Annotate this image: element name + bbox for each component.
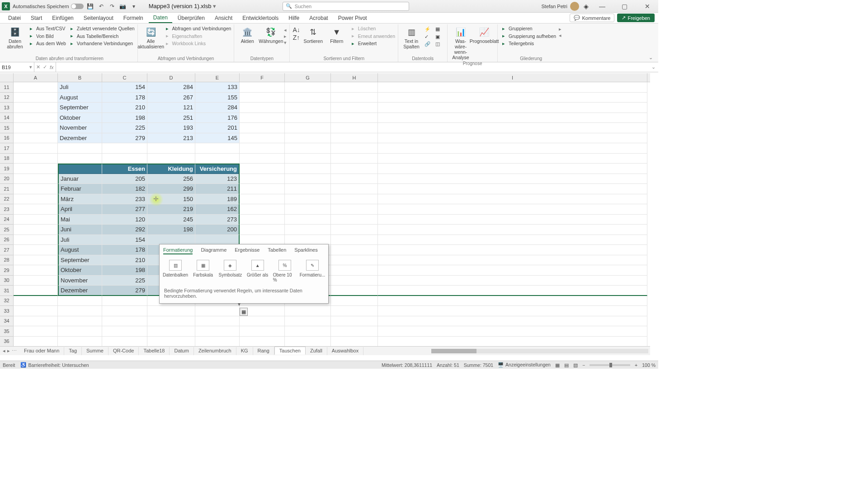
cell[interactable] [240, 93, 285, 103]
cell[interactable] [195, 154, 240, 164]
cell[interactable] [331, 276, 378, 286]
ribbon-tab-hilfe[interactable]: Hilfe [284, 14, 304, 23]
cell[interactable] [378, 184, 647, 194]
file-name[interactable]: Mappe3 (version 1).xlsb [149, 3, 212, 9]
cell[interactable]: Februar [58, 184, 102, 194]
stocks-button[interactable]: 🏛️Aktien [237, 25, 258, 44]
datatype-prev-icon[interactable]: ◂ [284, 27, 287, 33]
cell[interactable] [331, 225, 378, 235]
cell[interactable]: Kleidung [147, 164, 195, 174]
cell[interactable] [240, 225, 285, 235]
ribbon-tab-power pivot[interactable]: Power Pivot [334, 14, 372, 23]
cell[interactable]: Dezember [58, 286, 102, 296]
accessibility-status[interactable]: ♿ Barrierefreiheit: Untersuchen [20, 362, 89, 368]
row-header[interactable]: 22 [0, 194, 14, 205]
cell[interactable] [378, 306, 647, 316]
cell[interactable] [14, 164, 58, 174]
cell[interactable]: 277 [102, 204, 147, 215]
cell[interactable] [102, 306, 147, 316]
cell[interactable] [102, 143, 147, 154]
sheet-tab[interactable]: Rang [253, 347, 274, 355]
cell[interactable] [14, 123, 58, 133]
cell[interactable] [240, 154, 285, 164]
row-header[interactable]: 26 [0, 235, 14, 245]
cell[interactable] [331, 82, 378, 93]
cell[interactable] [378, 113, 647, 123]
cell[interactable]: 205 [102, 174, 147, 184]
cell[interactable] [378, 276, 647, 286]
cell[interactable] [240, 326, 285, 337]
cell[interactable]: Versicherung [195, 164, 240, 174]
cell[interactable] [240, 316, 285, 327]
cell[interactable] [58, 154, 102, 164]
cell[interactable]: 198 [147, 225, 195, 235]
cell[interactable] [378, 265, 647, 276]
qa-option[interactable]: ✎Formatieru... [300, 260, 325, 282]
cell[interactable] [14, 93, 58, 103]
cell[interactable] [14, 133, 58, 144]
cell[interactable] [14, 174, 58, 184]
view-layout-icon[interactable]: ▤ [564, 362, 569, 368]
cell[interactable] [331, 93, 378, 103]
cell[interactable] [147, 337, 195, 347]
minimize-button[interactable]: — [593, 0, 611, 13]
row-header[interactable]: 36 [0, 337, 14, 347]
filter-button[interactable]: ▼Filtern [326, 25, 347, 44]
zoom-slider[interactable] [590, 364, 630, 366]
cell[interactable] [378, 326, 647, 337]
cell[interactable] [14, 184, 58, 194]
cell[interactable] [378, 296, 647, 306]
sheet-tab[interactable]: Tauschen [274, 347, 306, 355]
cell[interactable] [14, 265, 58, 276]
col-header-F[interactable]: F [240, 73, 285, 82]
cell[interactable]: 245 [147, 215, 195, 225]
row-header[interactable]: 29 [0, 265, 14, 276]
cell[interactable] [240, 194, 285, 205]
cell[interactable] [285, 123, 331, 133]
sheet-list-icon[interactable]: ⋯ [12, 348, 17, 354]
cell[interactable] [285, 326, 331, 337]
cell[interactable] [285, 154, 331, 164]
cell[interactable]: 178 [102, 93, 147, 103]
cell[interactable] [14, 194, 58, 205]
cell[interactable] [14, 337, 58, 347]
cell[interactable]: 225 [102, 123, 147, 133]
cell[interactable] [14, 245, 58, 255]
cell[interactable] [240, 337, 285, 347]
cell[interactable] [378, 82, 647, 93]
cell[interactable]: Mai [58, 215, 102, 225]
cell[interactable] [58, 316, 102, 327]
cell[interactable] [102, 337, 147, 347]
cell[interactable] [14, 235, 58, 245]
fx-icon[interactable]: fx [50, 65, 54, 70]
chevron-down-icon[interactable]: ▾ [29, 64, 32, 70]
datatype-more-icon[interactable]: ▾ [284, 40, 287, 45]
cell[interactable] [14, 296, 58, 306]
cell[interactable] [378, 316, 647, 327]
cell[interactable] [331, 113, 378, 123]
diamond-icon[interactable]: ◈ [584, 3, 589, 10]
col-header-C[interactable]: C [102, 73, 147, 82]
cell[interactable] [331, 143, 378, 154]
cell[interactable]: November [58, 276, 102, 286]
row-header[interactable]: 23 [0, 204, 14, 215]
cell[interactable]: 176 [195, 113, 240, 123]
cell[interactable] [240, 143, 285, 154]
cell[interactable] [14, 326, 58, 337]
cell[interactable] [285, 133, 331, 144]
cancel-formula-icon[interactable]: ✕ [36, 64, 40, 70]
col-header-A[interactable]: A [14, 73, 58, 82]
cell[interactable]: 233 [102, 194, 147, 205]
cell[interactable]: 213 [147, 133, 195, 144]
row-header[interactable]: 34 [0, 316, 14, 327]
ribbon-tab-daten[interactable]: Daten [149, 13, 172, 23]
ribbon-tab-start[interactable]: Start [26, 14, 47, 23]
cell[interactable]: 256 [147, 174, 195, 184]
row-header[interactable]: 33 [0, 306, 14, 316]
name-box[interactable]: B19 ▾ [0, 62, 34, 72]
sheet-tab[interactable]: Zufall [306, 347, 327, 355]
cell[interactable] [285, 194, 331, 205]
cell[interactable] [331, 133, 378, 144]
cell[interactable]: 251 [147, 113, 195, 123]
cell[interactable] [147, 154, 195, 164]
